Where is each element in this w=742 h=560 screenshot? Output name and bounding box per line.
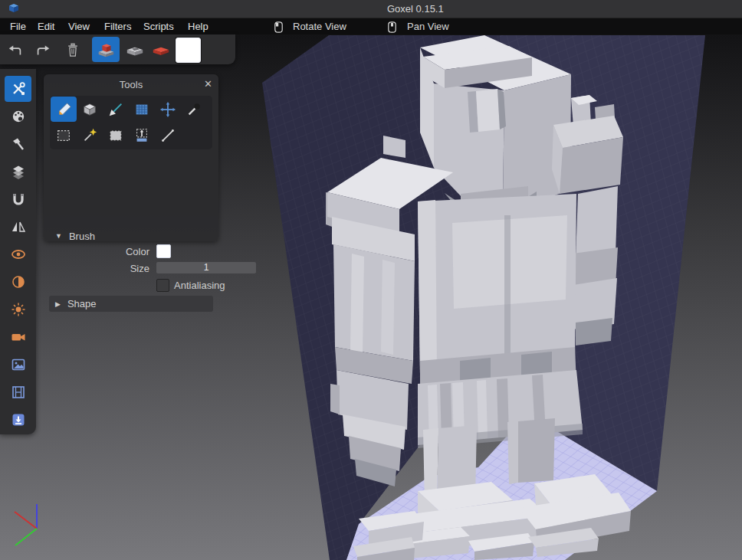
undo-button[interactable] bbox=[6, 41, 25, 59]
menu-edit[interactable]: Edit bbox=[38, 21, 54, 32]
pan-view-hint: Pan View bbox=[407, 21, 449, 32]
mouse-middle-button-icon bbox=[388, 21, 396, 33]
tools-panel-title: Tools bbox=[44, 79, 218, 90]
sidebar-item-light[interactable] bbox=[0, 296, 36, 323]
undo-icon bbox=[7, 41, 24, 58]
menu-bar: File Edit View Filters Scripts Help Rota… bbox=[0, 18, 742, 34]
brush-color-swatch[interactable] bbox=[156, 244, 171, 258]
sun-icon bbox=[11, 302, 26, 317]
palette-icon bbox=[11, 109, 26, 124]
eye-icon bbox=[11, 247, 26, 262]
sub-voxel-icon bbox=[125, 41, 145, 59]
goxel-logo-icon bbox=[8, 2, 20, 15]
half-sphere-icon bbox=[11, 274, 26, 290]
brush-section-label: Brush bbox=[69, 231, 95, 242]
tool-line[interactable] bbox=[155, 123, 181, 148]
menu-help[interactable]: Help bbox=[188, 21, 208, 32]
tool-shape[interactable] bbox=[103, 97, 129, 122]
sidebar-item-magnet[interactable] bbox=[0, 185, 36, 213]
image-icon bbox=[11, 357, 26, 372]
tool-plane[interactable] bbox=[129, 97, 155, 122]
mode-add-button[interactable] bbox=[92, 37, 120, 62]
menu-filters[interactable]: Filters bbox=[104, 21, 131, 32]
toolbar bbox=[0, 34, 235, 64]
layers-icon bbox=[11, 164, 26, 179]
sidebar-item-material[interactable] bbox=[0, 268, 36, 296]
sidebar-item-layers[interactable] bbox=[0, 158, 36, 185]
current-color-swatch[interactable] bbox=[176, 38, 201, 63]
add-voxel-icon bbox=[96, 40, 116, 59]
triangle-right-icon: ▶ bbox=[55, 300, 61, 308]
magic-wand-icon bbox=[81, 127, 98, 144]
rect-select-icon bbox=[107, 127, 124, 144]
shape-section-header[interactable]: ▶ Shape bbox=[49, 296, 213, 312]
sidebar-item-export[interactable] bbox=[0, 378, 36, 406]
magnet-icon bbox=[11, 192, 26, 207]
trash-icon bbox=[65, 42, 80, 58]
tools-icon bbox=[11, 81, 26, 97]
shape-arrow-icon bbox=[107, 101, 124, 118]
tool-color-picker[interactable] bbox=[181, 97, 207, 122]
tool-rect-select[interactable] bbox=[103, 123, 129, 148]
antialiasing-label: Antialiasing bbox=[174, 280, 225, 291]
brush-section-header[interactable]: ▼ Brush bbox=[49, 228, 213, 244]
brush-icon bbox=[55, 101, 72, 118]
line-icon bbox=[159, 127, 176, 144]
size-slider[interactable]: 1 bbox=[156, 262, 256, 273]
size-label: Size bbox=[88, 263, 149, 274]
menu-view[interactable]: View bbox=[68, 21, 90, 32]
sidebar-item-save[interactable] bbox=[0, 406, 36, 434]
tools-grid bbox=[50, 96, 212, 149]
color-label: Color bbox=[88, 246, 149, 257]
camera-icon bbox=[11, 329, 26, 345]
mouse-left-button-icon bbox=[274, 21, 283, 33]
mirror-icon bbox=[11, 219, 26, 234]
sidebar-item-palette[interactable] bbox=[0, 103, 36, 130]
mode-sub-button[interactable] bbox=[121, 37, 149, 62]
tool-extrude[interactable] bbox=[129, 123, 155, 148]
redo-button[interactable] bbox=[34, 41, 52, 59]
tool-box[interactable] bbox=[77, 97, 103, 122]
box-icon bbox=[81, 101, 98, 118]
tool-move[interactable] bbox=[155, 97, 181, 122]
extrude-icon bbox=[133, 127, 150, 144]
shape-section-label: Shape bbox=[67, 298, 97, 309]
window-title: Goxel 0.15.1 bbox=[387, 3, 444, 15]
sidebar-item-camera[interactable] bbox=[0, 323, 36, 351]
move-icon bbox=[159, 101, 176, 118]
plane-grid-icon bbox=[133, 101, 150, 118]
selection-icon bbox=[55, 127, 72, 144]
menu-file[interactable]: File bbox=[10, 21, 26, 32]
sidebar-item-mirror[interactable] bbox=[0, 213, 36, 241]
tool-brush[interactable] bbox=[51, 97, 77, 122]
sidebar-item-image[interactable] bbox=[0, 351, 36, 378]
eyedropper-icon bbox=[186, 101, 202, 118]
redo-icon bbox=[34, 41, 51, 58]
triangle-down-icon: ▼ bbox=[55, 232, 62, 240]
title-bar: Goxel 0.15.1 bbox=[0, 0, 742, 18]
sidebar-item-tools[interactable] bbox=[0, 75, 36, 103]
mode-paint-button[interactable] bbox=[147, 37, 175, 62]
tools-panel: Tools ✕ bbox=[44, 74, 218, 241]
tool-fuzzy-select[interactable] bbox=[77, 123, 103, 148]
left-sidebar bbox=[0, 69, 36, 434]
delete-button[interactable] bbox=[64, 41, 82, 59]
tool-selection[interactable] bbox=[51, 123, 77, 148]
paint-voxel-icon bbox=[151, 41, 171, 59]
menu-scripts[interactable]: Scripts bbox=[143, 21, 174, 32]
sidebar-item-hammer[interactable] bbox=[0, 130, 36, 158]
antialiasing-checkbox[interactable] bbox=[156, 279, 169, 292]
hammer-icon bbox=[11, 136, 26, 152]
film-icon bbox=[11, 385, 26, 400]
sidebar-item-render[interactable] bbox=[0, 241, 36, 268]
save-download-icon bbox=[11, 412, 26, 427]
close-icon[interactable]: ✕ bbox=[204, 78, 212, 90]
rotate-view-hint: Rotate View bbox=[293, 21, 346, 32]
